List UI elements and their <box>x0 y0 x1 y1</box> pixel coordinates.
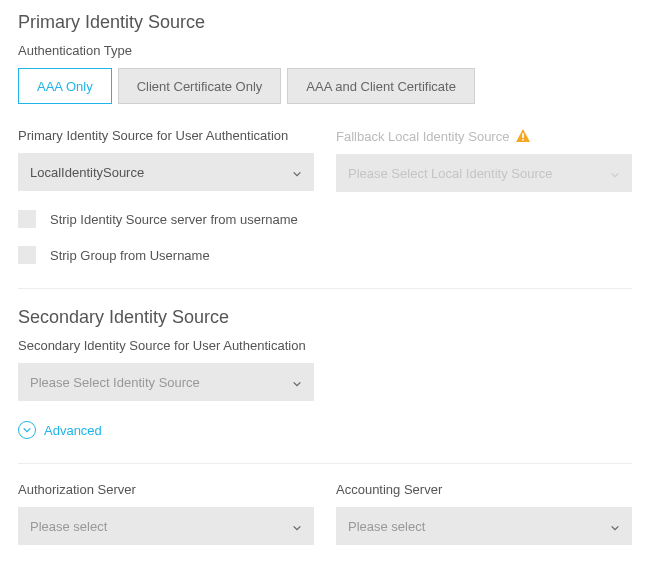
fallback-source-placeholder: Please Select Local Identity Source <box>348 166 553 181</box>
strip-server-label: Strip Identity Source server from userna… <box>50 212 298 227</box>
fallback-source-label: Fallback Local Identity Source <box>336 128 632 144</box>
primary-source-value: LocalIdentitySource <box>30 165 144 180</box>
chevron-down-icon <box>292 167 302 177</box>
accounting-server-label: Accounting Server <box>336 482 632 497</box>
accounting-server-placeholder: Please select <box>348 519 425 534</box>
primary-source-select[interactable]: LocalIdentitySource <box>18 153 314 191</box>
primary-identity-title: Primary Identity Source <box>18 12 632 33</box>
auth-type-segmented: AAA Only Client Certificate Only AAA and… <box>18 68 632 104</box>
primary-source-label: Primary Identity Source for User Authent… <box>18 128 314 143</box>
secondary-source-select[interactable]: Please Select Identity Source <box>18 363 314 401</box>
advanced-label: Advanced <box>44 423 102 438</box>
authorization-server-placeholder: Please select <box>30 519 107 534</box>
auth-type-label: Authentication Type <box>18 43 632 58</box>
fallback-source-select: Please Select Local Identity Source <box>336 154 632 192</box>
auth-aaa-only-button[interactable]: AAA Only <box>18 68 112 104</box>
advanced-toggle[interactable]: Advanced <box>18 421 632 439</box>
secondary-source-placeholder: Please Select Identity Source <box>30 375 200 390</box>
secondary-identity-title: Secondary Identity Source <box>18 307 632 328</box>
auth-aaa-and-client-cert-button[interactable]: AAA and Client Certificate <box>287 68 475 104</box>
auth-client-cert-only-button[interactable]: Client Certificate Only <box>118 68 282 104</box>
chevron-down-icon <box>610 521 620 531</box>
authorization-server-select[interactable]: Please select <box>18 507 314 545</box>
strip-group-checkbox[interactable] <box>18 246 36 264</box>
strip-server-checkbox[interactable] <box>18 210 36 228</box>
warning-icon <box>515 128 531 144</box>
svg-rect-0 <box>523 133 525 138</box>
chevron-down-icon <box>292 521 302 531</box>
strip-group-label: Strip Group from Username <box>50 248 210 263</box>
secondary-source-label: Secondary Identity Source for User Authe… <box>18 338 632 353</box>
chevron-down-icon <box>610 168 620 178</box>
chevron-down-icon <box>292 377 302 387</box>
section-divider <box>18 463 632 464</box>
chevron-down-circle-icon <box>18 421 36 439</box>
section-divider <box>18 288 632 289</box>
accounting-server-select[interactable]: Please select <box>336 507 632 545</box>
authorization-server-label: Authorization Server <box>18 482 314 497</box>
svg-rect-1 <box>523 139 525 141</box>
